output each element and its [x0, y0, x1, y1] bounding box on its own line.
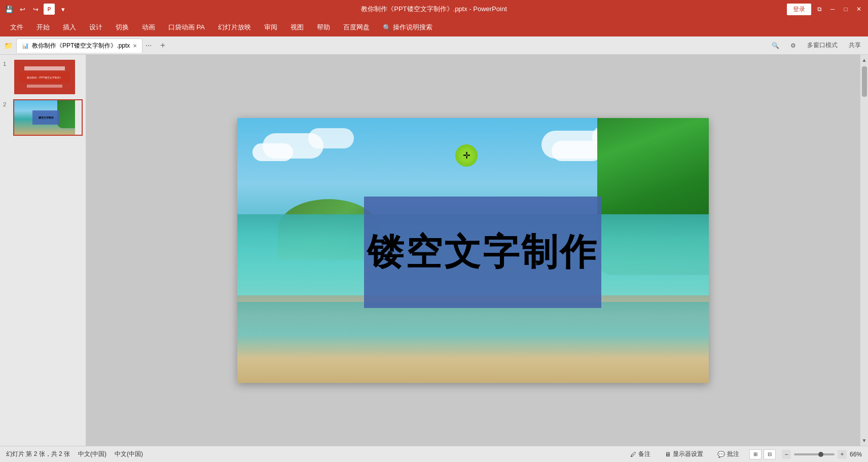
comment-button[interactable]: 💬 批注 — [713, 449, 743, 459]
slide-panel: 1 教你制作《PPT镂空文字制作》 2 — [0, 55, 86, 446]
slide-preview-1: 教你制作《PPT镂空文字制作》 — [14, 60, 75, 94]
active-tab[interactable]: 📊 教你制作《PPT镂空文字制作》.pptx ✕ — [16, 38, 142, 53]
search-icon: 🔍 — [383, 24, 391, 31]
tab-add-button[interactable]: ＋ — [155, 38, 171, 53]
slide-canvas: 镂空文字制作 ✛ — [237, 118, 709, 383]
notes-icon: 🖊 — [630, 451, 636, 458]
hollow-text-box[interactable]: 镂空文字制作 — [364, 197, 601, 308]
menu-slideshow[interactable]: 幻灯片放映 — [212, 21, 257, 34]
slide-background: 镂空文字制作 ✛ — [237, 118, 709, 383]
cloud-2 — [252, 143, 293, 161]
tab-left-icons: 📁 — [3, 41, 13, 51]
display-settings-button[interactable]: 🖥 显示器设置 — [661, 449, 707, 459]
close-icon[interactable]: ✕ — [854, 4, 864, 14]
slide-number-2: 2 — [3, 101, 10, 107]
right-scrollbar[interactable]: ▲ ▼ — [860, 55, 868, 446]
scroll-up-arrow[interactable]: ▲ — [860, 56, 868, 64]
tab-bar: 📁 📊 教你制作《PPT镂空文字制作》.pptx ✕ ⋯ ＋ 🔍 ⚙ 多窗口模式… — [0, 36, 868, 55]
move-cursor-circle: ✛ — [455, 144, 478, 167]
zoom-out-button[interactable]: − — [782, 450, 791, 459]
menu-file[interactable]: 文件 — [4, 21, 29, 34]
title-left-icons: 💾 ↩ ↪ P ▾ — [4, 4, 68, 15]
tab-more-button[interactable]: ⋯ — [142, 40, 155, 51]
comment-label: 批注 — [727, 450, 739, 458]
scroll-thumb[interactable] — [862, 66, 867, 97]
menu-search[interactable]: 🔍 操作说明搜索 — [377, 21, 439, 34]
language-text: 中文(中国) — [115, 450, 143, 458]
thumb2-hollow-text: 镂空文字制作 — [39, 116, 54, 119]
ppt-logo-icon: P — [44, 4, 55, 15]
hollow-text: 镂空文字制作 — [367, 228, 598, 277]
share-icon[interactable]: 共享 — [845, 40, 865, 51]
more-tools-icon[interactable]: ▾ — [58, 4, 68, 14]
menu-pocket-animation[interactable]: 口袋动画 PA — [162, 21, 211, 34]
save-icon[interactable]: 💾 — [4, 4, 14, 14]
zoom-slider[interactable] — [794, 453, 835, 455]
slide-thumb-2[interactable]: 镂空文字制作 — [13, 99, 83, 136]
search-tab-icon[interactable]: 🔍 — [768, 41, 783, 50]
comment-icon: 💬 — [717, 451, 725, 458]
language-indicator: 中文(中国) — [78, 450, 106, 458]
window-title: 教你制作《PPT镂空文字制作》.pptx - PowerPoint — [361, 5, 507, 14]
title-bar: 💾 ↩ ↪ P ▾ 教你制作《PPT镂空文字制作》.pptx - PowerPo… — [0, 0, 868, 18]
main-area: 1 教你制作《PPT镂空文字制作》 2 — [0, 55, 868, 446]
display-label: 显示器设置 — [673, 450, 703, 458]
menu-bar: 文件 开始 插入 设计 切换 动画 口袋动画 PA 幻灯片放映 审阅 视图 帮助… — [0, 18, 868, 36]
menu-animation[interactable]: 动画 — [136, 21, 161, 34]
notes-button[interactable]: 🖊 备注 — [626, 449, 655, 459]
slide-number-1: 1 — [3, 61, 10, 67]
slide-thumb-1[interactable]: 教你制作《PPT镂空文字制作》 — [13, 59, 83, 95]
move-cursor-icon: ✛ — [463, 151, 471, 160]
beach — [237, 302, 709, 383]
menu-transition[interactable]: 切换 — [110, 21, 135, 34]
menu-help[interactable]: 帮助 — [311, 21, 336, 34]
menu-insert[interactable]: 插入 — [57, 21, 82, 34]
settings-tab-icon[interactable]: ⚙ — [786, 41, 800, 50]
status-bar: 幻灯片 第 2 张，共 2 张 中文(中国) 中文(中国) 🖊 备注 🖥 显示器… — [0, 446, 868, 462]
tab-right-icons: 🔍 ⚙ 多窗口模式 共享 — [768, 40, 865, 51]
view-icons: ⊞ ⊟ — [749, 449, 776, 459]
slide-preview-2: 镂空文字制作 — [14, 100, 75, 135]
menu-review[interactable]: 审阅 — [258, 21, 283, 34]
status-right: 🖊 备注 🖥 显示器设置 💬 批注 ⊞ ⊟ − ＋ 66% — [626, 449, 862, 459]
maximize-icon[interactable]: □ — [841, 4, 851, 14]
title-right-controls: 登录 ⧉ ─ □ ✕ — [787, 4, 864, 15]
tab-close-button[interactable]: ✕ — [133, 43, 137, 49]
zoom-in-button[interactable]: ＋ — [838, 450, 847, 459]
tab-file-icon[interactable]: 📁 — [3, 41, 13, 51]
cloud-3 — [308, 128, 354, 148]
multi-window-label: 多窗口模式 — [807, 42, 838, 49]
zoom-slider-thumb[interactable] — [818, 452, 823, 457]
tab-ppt-icon: 📊 — [22, 43, 29, 49]
login-button[interactable]: 登录 — [787, 4, 811, 15]
menu-view[interactable]: 视图 — [284, 21, 310, 34]
slide-count: 幻灯片 第 2 张，共 2 张 — [6, 450, 70, 458]
display-icon: 🖥 — [665, 451, 671, 458]
undo-icon[interactable]: ↩ — [17, 4, 27, 14]
menu-home[interactable]: 开始 — [30, 21, 56, 34]
zoom-controls: − ＋ 66% — [782, 450, 862, 459]
normal-view-icon[interactable]: ⊞ — [749, 449, 762, 459]
tab-label: 教你制作《PPT镂空文字制作》.pptx — [32, 42, 130, 50]
canvas-area: 镂空文字制作 ✛ — [86, 55, 860, 446]
zoom-level[interactable]: 66% — [850, 451, 862, 458]
multi-window-icon[interactable]: 多窗口模式 — [803, 40, 842, 51]
slide-item-1[interactable]: 1 教你制作《PPT镂空文字制作》 — [3, 59, 83, 95]
menu-baidu[interactable]: 百度网盘 — [337, 21, 376, 34]
menu-design[interactable]: 设计 — [83, 21, 108, 34]
scroll-down-arrow[interactable]: ▼ — [860, 436, 868, 445]
redo-icon[interactable]: ↪ — [30, 4, 41, 14]
slide-sorter-icon[interactable]: ⊟ — [764, 449, 776, 459]
minimize-icon[interactable]: ─ — [827, 4, 838, 14]
restore-down-icon[interactable]: ⧉ — [814, 4, 824, 14]
slide-item-2[interactable]: 2 镂空文字制作 — [3, 99, 83, 136]
notes-label: 备注 — [638, 450, 650, 458]
